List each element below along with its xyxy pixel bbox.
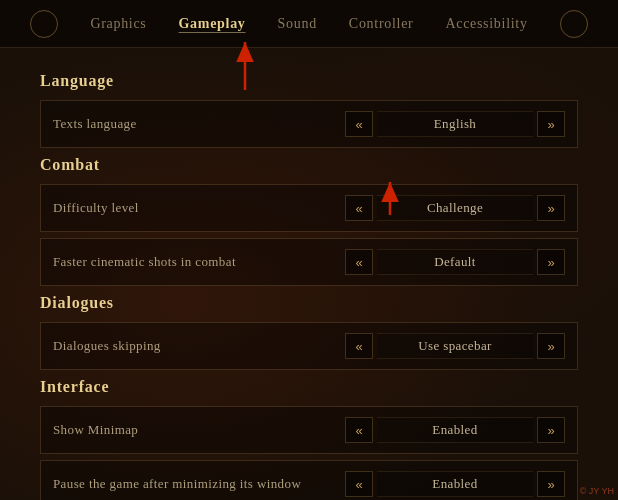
setting-label: Difficulty level: [53, 200, 139, 216]
setting-row: Difficulty level«Challenge»: [40, 184, 578, 232]
section-title-combat: Combat: [40, 156, 578, 174]
next-value-button[interactable]: »: [537, 111, 565, 137]
prev-value-button[interactable]: «: [345, 417, 373, 443]
setting-value: Default: [377, 249, 533, 275]
left-nav-icon[interactable]: [30, 10, 58, 38]
prev-value-button[interactable]: «: [345, 195, 373, 221]
setting-value: Challenge: [377, 195, 533, 221]
setting-row: Dialogues skipping«Use spacebar»: [40, 322, 578, 370]
prev-value-button[interactable]: «: [345, 471, 373, 497]
nav-item-sound[interactable]: Sound: [278, 16, 317, 32]
nav-bar: GraphicsGameplaySoundControllerAccessibi…: [0, 0, 618, 48]
next-value-button[interactable]: »: [537, 333, 565, 359]
right-nav-icon[interactable]: [560, 10, 588, 38]
section-title-language: Language: [40, 72, 578, 90]
next-value-button[interactable]: »: [537, 249, 565, 275]
setting-control: «Enabled»: [345, 417, 565, 443]
setting-value: Use spacebar: [377, 333, 533, 359]
section-title-dialogues: Dialogues: [40, 294, 578, 312]
setting-value: Enabled: [377, 471, 533, 497]
next-value-button[interactable]: »: [537, 417, 565, 443]
setting-value: Enabled: [377, 417, 533, 443]
prev-value-button[interactable]: «: [345, 111, 373, 137]
prev-value-button[interactable]: «: [345, 249, 373, 275]
setting-row: Pause the game after minimizing its wind…: [40, 460, 578, 500]
prev-value-button[interactable]: «: [345, 333, 373, 359]
nav-item-controller[interactable]: Controller: [349, 16, 414, 32]
settings-area: LanguageTexts language«English»CombatDif…: [0, 48, 618, 500]
next-value-button[interactable]: »: [537, 195, 565, 221]
section-title-interface: Interface: [40, 378, 578, 396]
setting-value: English: [377, 111, 533, 137]
nav-item-gameplay[interactable]: Gameplay: [179, 16, 246, 32]
setting-label: Pause the game after minimizing its wind…: [53, 476, 301, 492]
setting-label: Faster cinematic shots in combat: [53, 254, 236, 270]
setting-row: Texts language«English»: [40, 100, 578, 148]
watermark: © JY YH: [580, 486, 614, 496]
setting-control: «Challenge»: [345, 195, 565, 221]
setting-label: Show Minimap: [53, 422, 138, 438]
setting-control: «English»: [345, 111, 565, 137]
setting-control: «Use spacebar»: [345, 333, 565, 359]
nav-item-accessibility[interactable]: Accessibility: [445, 16, 527, 32]
setting-label: Dialogues skipping: [53, 338, 161, 354]
setting-control: «Enabled»: [345, 471, 565, 497]
setting-row: Show Minimap«Enabled»: [40, 406, 578, 454]
next-value-button[interactable]: »: [537, 471, 565, 497]
nav-item-graphics[interactable]: Graphics: [90, 16, 146, 32]
setting-row: Faster cinematic shots in combat«Default…: [40, 238, 578, 286]
setting-label: Texts language: [53, 116, 137, 132]
setting-control: «Default»: [345, 249, 565, 275]
